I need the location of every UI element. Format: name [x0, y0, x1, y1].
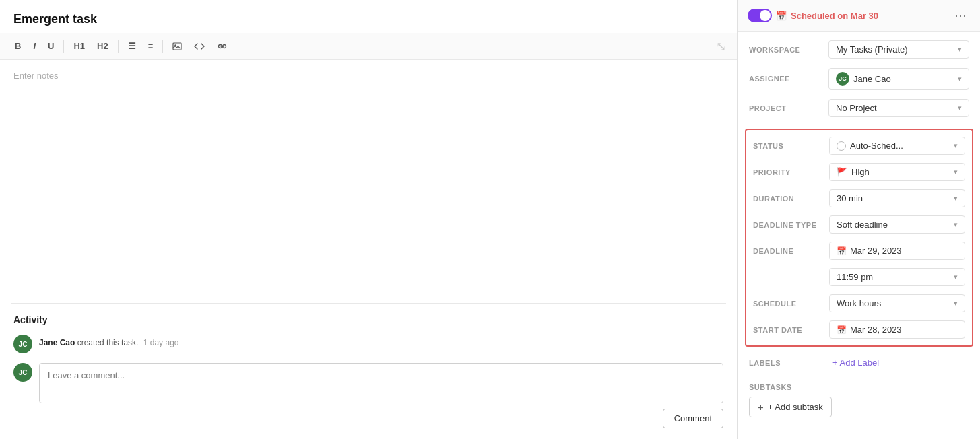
comment-btn-row: Comment	[39, 409, 723, 428]
right-panel: 📅 Scheduled on Mar 30 ⋯ WORKSPACE My Tas…	[738, 0, 980, 439]
deadline-type-chevron-icon: ▾	[954, 220, 958, 229]
right-header: 📅 Scheduled on Mar 30 ⋯	[738, 0, 980, 32]
duration-label: DURATION	[753, 195, 824, 203]
project-row: PROJECT No Project ▾	[738, 94, 980, 122]
left-panel: Emergent task B I U H1 H2 ☰ ≡ ⤡ Enter no…	[0, 0, 738, 439]
activity-time: 1 day ago	[143, 338, 179, 347]
underline-button[interactable]: U	[44, 38, 58, 54]
commenter-avatar: JC	[13, 363, 32, 382]
project-label: PROJECT	[749, 104, 823, 112]
status-row: STATUS Auto-Sched... ▾	[746, 133, 972, 159]
italic-button[interactable]: I	[29, 38, 40, 54]
notes-placeholder: Enter notes	[13, 71, 723, 81]
start-date-calendar-icon: 📅	[837, 325, 847, 335]
add-label-button[interactable]: + Add Label	[828, 355, 883, 370]
start-date-inner: 📅 Mar 28, 2023	[837, 325, 902, 335]
priority-dropdown[interactable]: 🚩 High ▾	[829, 163, 965, 181]
image-button[interactable]	[168, 40, 186, 53]
assignee-dropdown[interactable]: JC Jane Cao ▾	[828, 68, 969, 90]
start-date-row: START DATE 📅 Mar 28, 2023	[746, 316, 972, 343]
link-button[interactable]	[213, 40, 232, 53]
activity-author: Jane Cao	[39, 338, 75, 347]
priority-value: High	[851, 167, 870, 177]
h1-button[interactable]: H1	[69, 38, 89, 54]
avatar: JC	[13, 335, 32, 353]
duration-value: 30 min	[837, 193, 863, 203]
workspace-section: WORKSPACE My Tasks (Private) ▾ ASSIGNEE …	[738, 32, 980, 126]
status-value: Auto-Sched...	[850, 141, 903, 151]
duration-chevron-icon: ▾	[954, 194, 958, 203]
workspace-dropdown[interactable]: My Tasks (Private) ▾	[828, 40, 969, 59]
activity-title: Activity	[13, 314, 723, 325]
assignee-label: ASSIGNEE	[749, 75, 823, 83]
resize-handle: ⤡	[716, 39, 726, 54]
workspace-chevron-icon: ▾	[958, 45, 962, 54]
priority-label: PRIORITY	[753, 168, 824, 176]
deadline-time-value: 11:59 pm	[837, 272, 873, 282]
deadline-time-picker[interactable]: 11:59 pm ▾	[829, 268, 965, 286]
subtasks-title: SUBTASKS	[749, 383, 969, 391]
add-subtask-plus-icon: +	[758, 401, 764, 413]
code-button[interactable]	[190, 40, 209, 53]
assignee-value-inner: JC Jane Cao	[836, 72, 891, 86]
activity-text: Jane Cao created this task. 1 day ago	[39, 335, 178, 347]
subtasks-section: SUBTASKS + + Add subtask	[738, 376, 980, 424]
status-group: STATUS Auto-Sched... ▾ PRIORITY 🚩 High ▾	[745, 129, 973, 347]
bold-button[interactable]: B	[11, 38, 25, 54]
workspace-label: WORKSPACE	[749, 46, 823, 54]
status-label: STATUS	[753, 142, 824, 150]
more-options-button[interactable]: ⋯	[950, 7, 971, 24]
deadline-type-value: Soft deadline	[837, 220, 888, 230]
priority-flag-icon: 🚩	[837, 167, 847, 177]
add-subtask-button[interactable]: + + Add subtask	[749, 397, 832, 417]
deadline-type-row: DEADLINE TYPE Soft deadline ▾	[746, 211, 972, 238]
project-chevron-icon: ▾	[958, 104, 962, 112]
project-dropdown[interactable]: No Project ▾	[828, 99, 969, 117]
schedule-row: SCHEDULE Work hours ▾	[746, 290, 972, 316]
task-title: Emergent task	[0, 0, 737, 33]
deadline-time-chevron-icon: ▾	[954, 273, 958, 281]
assignee-name: Jane Cao	[853, 74, 891, 84]
deadline-row: DEADLINE 📅 Mar 29, 2023	[746, 238, 972, 264]
start-date-value: Mar 28, 2023	[850, 325, 902, 335]
status-chevron-icon: ▾	[954, 141, 958, 150]
activity-section: Activity JC Jane Cao created this task. …	[0, 304, 737, 439]
deadline-date-value: Mar 29, 2023	[850, 246, 902, 256]
comment-button[interactable]: Comment	[663, 409, 723, 428]
bullet-list-button[interactable]: ☰	[124, 38, 140, 54]
deadline-type-dropdown[interactable]: Soft deadline ▾	[829, 215, 965, 234]
schedule-label: SCHEDULE	[753, 300, 824, 308]
separator-1	[63, 40, 64, 53]
assignee-chevron-icon: ▾	[958, 75, 962, 83]
deadline-calendar-icon: 📅	[837, 246, 847, 256]
workspace-value: My Tasks (Private)	[836, 44, 908, 55]
ordered-list-button[interactable]: ≡	[144, 38, 158, 54]
comment-area: JC	[13, 363, 723, 403]
deadline-date-picker[interactable]: 📅 Mar 29, 2023	[829, 242, 965, 260]
status-dropdown[interactable]: Auto-Sched... ▾	[829, 137, 965, 155]
start-date-label: START DATE	[753, 326, 824, 334]
scheduled-badge: 📅 Scheduled on Mar 30	[748, 9, 878, 22]
schedule-dropdown[interactable]: Work hours ▾	[829, 294, 965, 312]
deadline-time-row: 11:59 pm ▾	[746, 264, 972, 290]
activity-item: JC Jane Cao created this task. 1 day ago	[13, 335, 723, 353]
comment-input[interactable]	[39, 363, 723, 403]
toggle-switch[interactable]	[748, 9, 772, 22]
duration-dropdown[interactable]: 30 min ▾	[829, 189, 965, 207]
schedule-chevron-icon: ▾	[954, 299, 958, 308]
activity-action: created this task.	[77, 338, 139, 347]
schedule-value: Work hours	[837, 298, 881, 308]
workspace-row: WORKSPACE My Tasks (Private) ▾	[738, 36, 980, 63]
priority-chevron-icon: ▾	[954, 168, 958, 176]
notes-area[interactable]: Enter notes	[0, 60, 737, 303]
assignee-avatar: JC	[836, 72, 849, 86]
status-value-inner: Auto-Sched...	[837, 141, 903, 151]
priority-value-inner: 🚩 High	[837, 167, 870, 177]
deadline-label: DEADLINE	[753, 247, 824, 255]
scheduled-label: Scheduled on Mar 30	[791, 11, 878, 21]
start-date-picker[interactable]: 📅 Mar 28, 2023	[829, 320, 965, 339]
deadline-type-label: DEADLINE TYPE	[753, 221, 824, 229]
separator-2	[118, 40, 119, 53]
status-circle-icon	[837, 141, 846, 151]
h2-button[interactable]: H2	[93, 38, 112, 54]
